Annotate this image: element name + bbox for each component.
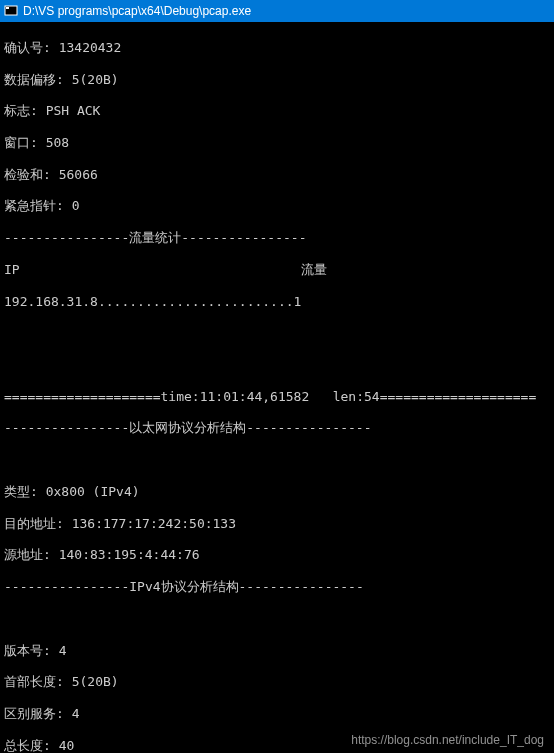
urgent-value: 0 (72, 198, 80, 213)
eth-dst: 136:177:17:242:50:133 (72, 516, 236, 531)
urgent-label: 紧急指针: (4, 198, 72, 213)
ip-version: 4 (59, 643, 67, 658)
traffic-header: ----------------流量统计---------------- (4, 230, 550, 246)
ip-tlen: 40 (59, 738, 75, 753)
app-icon (4, 4, 18, 18)
ack-label: 确认号: (4, 40, 59, 55)
svg-rect-1 (6, 7, 9, 9)
console-output: 确认号: 13420432 数据偏移: 5(20B) 标志: PSH ACK 窗… (0, 22, 554, 753)
flags-label: 标志: (4, 103, 46, 118)
ip-col-label: IP (4, 262, 20, 277)
window-value: 508 (46, 135, 69, 150)
eth-src: 140:83:195:4:44:76 (59, 547, 200, 562)
ip-dscp: 4 (72, 706, 80, 721)
watermark: https://blog.csdn.net/include_IT_dog (351, 733, 544, 747)
checksum-label: 检验和: (4, 167, 59, 182)
checksum-value: 56066 (59, 167, 98, 182)
ipv4-header: ----------------IPv4协议分析结构--------------… (4, 579, 550, 595)
packet-separator: ====================time:11:01:44,61582 … (4, 389, 550, 405)
traffic-row-val: 1 (294, 294, 302, 309)
offset-label: 数据偏移: (4, 72, 72, 87)
ack-value: 13420432 (59, 40, 122, 55)
ip-hlen: 5(20B) (72, 674, 119, 689)
window-title: D:\VS programs\pcap\x64\Debug\pcap.exe (23, 4, 251, 18)
flags-value: PSH ACK (46, 103, 101, 118)
eth-header: ----------------以太网协议分析结构---------------… (4, 420, 550, 436)
offset-value: 5(20B) (72, 72, 119, 87)
flow-col-label: 流量 (301, 262, 327, 277)
window-titlebar[interactable]: D:\VS programs\pcap\x64\Debug\pcap.exe (0, 0, 554, 22)
eth-type: 0x800 (IPv4) (46, 484, 140, 499)
traffic-row-ip: 192.168.31.8 (4, 294, 98, 309)
window-label: 窗口: (4, 135, 46, 150)
